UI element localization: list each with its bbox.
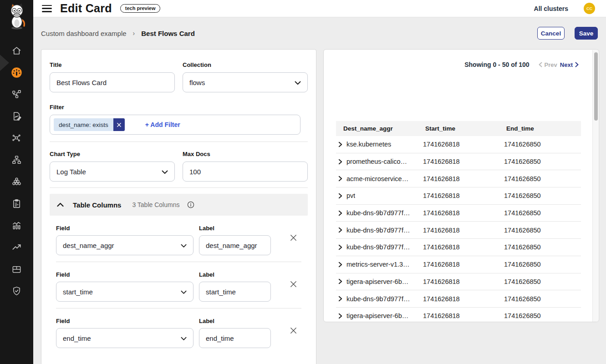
sidebar-item-compliance[interactable]: [0, 192, 33, 214]
table-columns-section-header[interactable]: Table Columns 3 Table Columns: [50, 194, 308, 216]
collection-value: flows: [189, 79, 205, 86]
chevron-down-icon: [181, 288, 187, 296]
molecule-graph-icon: [11, 133, 22, 143]
table-row[interactable]: metrics-server-v1.3… 1741626818 17416268…: [336, 256, 581, 273]
table-row[interactable]: prometheus-calico… 1741626818 1741626850: [336, 153, 581, 171]
sidebar-item-endpoints[interactable]: [0, 127, 33, 149]
column-label-input[interactable]: [199, 282, 271, 302]
cluster-selector[interactable]: All clusters: [534, 5, 568, 12]
sidebar-item-clusters[interactable]: [0, 171, 33, 192]
table-row[interactable]: kse.kubernetes 1741626818 1741626850: [336, 136, 581, 153]
expand-row-chevron-icon[interactable]: [338, 210, 342, 216]
field-select[interactable]: start_time: [56, 282, 194, 302]
calico-cat-logo[interactable]: [6, 3, 27, 32]
cell-start-time: 1741626818: [420, 278, 501, 285]
field-select[interactable]: end_time: [56, 328, 194, 348]
cluster-circles-icon: [11, 177, 22, 187]
sidebar-item-service-graph[interactable]: [0, 83, 33, 105]
save-button[interactable]: Save: [575, 27, 598, 40]
table-columns-title: Table Columns: [73, 201, 121, 209]
collection-select[interactable]: flows: [183, 72, 308, 92]
top-bar: Edit Card tech preview All clusters CC: [33, 0, 606, 17]
cell-start-time: 1741626818: [420, 261, 501, 268]
table-row[interactable]: pvt 1741626818 1741626850: [336, 187, 581, 205]
table-row[interactable]: acme-microservice… 1741626818 1741626850: [336, 170, 581, 187]
remove-column-icon[interactable]: [289, 326, 298, 335]
remove-column-icon[interactable]: [289, 280, 298, 288]
sidebar-item-logs[interactable]: [0, 214, 33, 236]
add-filter-link[interactable]: + Add Filter: [145, 121, 180, 128]
expand-row-chevron-icon[interactable]: [338, 227, 342, 233]
divider: [50, 187, 308, 188]
expand-row-chevron-icon[interactable]: [338, 278, 342, 284]
cell-start-time: 1741626818: [420, 227, 501, 234]
cell-end-time: 1741626850: [501, 209, 581, 217]
table-row[interactable]: kube-dns-9b7d977f… 1741626818 1741626850: [336, 290, 581, 308]
sidebar-item-home[interactable]: [0, 40, 33, 61]
home-icon: [11, 46, 22, 56]
table-row[interactable]: tigera-apiserver-6b… 1741626818 17416268…: [336, 308, 581, 322]
column-label-input[interactable]: [199, 235, 271, 255]
chart-type-select[interactable]: Log Table: [50, 162, 175, 182]
expand-row-chevron-icon[interactable]: [338, 296, 342, 302]
table-row[interactable]: kube-dns-9b7d977f… 1741626818 1741626850: [336, 222, 581, 239]
filter-chip-text: dest_name: exists: [54, 118, 113, 131]
chevron-right-icon: [575, 62, 579, 67]
label-label: Label: [199, 225, 271, 232]
table-columns-count: 3 Table Columns: [132, 201, 179, 208]
table-row[interactable]: kube-dns-9b7d977f… 1741626818 1741626850: [336, 239, 581, 256]
filter-box[interactable]: dest_name: exists + Add Filter: [50, 115, 300, 135]
scrollbar-thumb[interactable]: [594, 52, 598, 121]
chevron-down-icon: [181, 242, 187, 249]
expand-row-chevron-icon[interactable]: [338, 262, 342, 268]
sidebar-item-security[interactable]: [0, 280, 33, 302]
remove-filter-icon[interactable]: [113, 118, 125, 131]
sidebar-item-networks[interactable]: [0, 149, 33, 171]
expand-row-chevron-icon[interactable]: [338, 159, 342, 165]
sidebar-item-dashboards[interactable]: [0, 61, 33, 83]
vertical-scrollbar[interactable]: [592, 50, 598, 322]
hamburger-menu-icon[interactable]: [42, 5, 52, 12]
cancel-button[interactable]: Cancel: [537, 27, 565, 40]
hierarchy-icon: [11, 155, 22, 165]
card-editor-panel: Title Collection flows Filter dest_name:…: [41, 49, 316, 364]
col-header-end-time: End_time: [506, 125, 581, 132]
preview-panel: Showing 0 - 50 of 100 Prev Next Dest_nam…: [323, 49, 599, 322]
expand-row-chevron-icon[interactable]: [338, 176, 342, 182]
sidebar-item-packages[interactable]: [0, 258, 33, 280]
expand-row-chevron-icon[interactable]: [338, 193, 342, 199]
collapse-chevron-icon[interactable]: [57, 202, 64, 207]
breadcrumb-parent[interactable]: Custom dashboard example: [41, 30, 127, 37]
document-edit-icon: [11, 111, 22, 121]
divider: [50, 142, 308, 142]
next-page-button[interactable]: Next: [560, 61, 579, 68]
cell-dest-name-aggr: kube-dns-9b7d977f…: [346, 295, 410, 303]
table-row[interactable]: kube-dns-9b7d977f… 1741626818 1741626850: [336, 205, 581, 222]
user-avatar[interactable]: CC: [584, 3, 595, 14]
prev-page-button[interactable]: Prev: [539, 61, 557, 68]
info-icon[interactable]: [187, 201, 194, 208]
expand-row-chevron-icon[interactable]: [338, 244, 342, 250]
sidebar-item-policies[interactable]: [0, 105, 33, 127]
max-docs-input[interactable]: [183, 162, 308, 182]
sidebar-item-trends[interactable]: [0, 236, 33, 258]
title-input[interactable]: [50, 72, 175, 92]
cell-end-time: 1741626850: [501, 295, 581, 303]
cell-end-time: 1741626850: [501, 192, 581, 199]
field-label: Field: [56, 225, 194, 232]
cell-start-time: 1741626818: [420, 141, 501, 148]
field-value: dest_name_aggr: [63, 242, 114, 249]
expand-row-chevron-icon[interactable]: [338, 313, 342, 319]
field-select[interactable]: dest_name_aggr: [56, 235, 194, 255]
cell-start-time: 1741626818: [420, 209, 501, 217]
expand-row-chevron-icon[interactable]: [338, 142, 342, 147]
table-column-editor: Field start_time Label: [56, 262, 301, 308]
remove-column-icon[interactable]: [289, 233, 298, 242]
sidebar: [0, 0, 33, 364]
table-column-editor: Field dest_name_aggr Label: [56, 216, 301, 262]
breadcrumb-current: Best Flows Card: [141, 30, 195, 37]
table-row[interactable]: tigera-apiserver-6b… 1741626818 17416268…: [336, 273, 581, 291]
column-label-input[interactable]: [199, 328, 271, 348]
col-header-start-time: Start_time: [425, 125, 506, 132]
max-docs-label: Max Docs: [183, 151, 308, 157]
